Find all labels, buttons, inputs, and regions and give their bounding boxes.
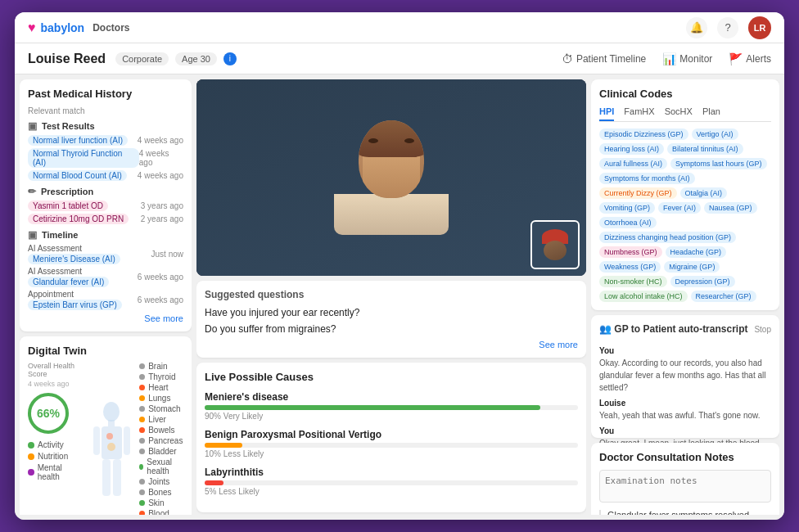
test-result-tag-3[interactable]: Normal Blood Count (AI) — [28, 170, 127, 181]
timeline-tag-1[interactable]: Meniere's Disease (AI) — [28, 254, 120, 264]
svg-rect-5 — [102, 459, 111, 496]
test-result-tag-1[interactable]: Normal liver function (AI) — [28, 135, 128, 146]
notes-title: Doctor Consultation Notes — [599, 451, 771, 463]
cc-tag-otalgia[interactable]: Otalgia (AI) — [680, 187, 728, 199]
tab-hpi[interactable]: HPI — [599, 106, 614, 121]
twin-body — [89, 362, 134, 515]
examination-notes-input[interactable] — [599, 470, 771, 503]
cc-tag-researcher[interactable]: Researcher (GP) — [691, 291, 756, 302]
tab-sochx[interactable]: SocHX — [665, 106, 693, 121]
organ-lungs: Lungs — [139, 394, 183, 403]
prescription-tag-1[interactable]: Yasmin 1 tablet OD — [28, 201, 108, 211]
test-result-date-3: 4 weeks ago — [138, 171, 183, 180]
test-results-label: Test Results — [42, 121, 95, 131]
transcript-speaker-2: Louise — [599, 397, 771, 409]
cc-tag-headache[interactable]: Headache (GP) — [666, 246, 727, 258]
monitor-action[interactable]: 📊 Monitor — [662, 52, 712, 65]
stop-button[interactable]: Stop — [754, 325, 771, 334]
cc-tag-aural-fullness[interactable]: Aural fullness (AI) — [599, 158, 667, 169]
cc-tag-dizziness-changing[interactable]: Dizziness changing head position (GP) — [599, 232, 736, 243]
svg-point-7 — [106, 433, 113, 440]
digital-twin-card: Digital Twin Overall Health Score 4 week… — [20, 336, 192, 515]
transcript-text-1: Okay. According to our records, you also… — [599, 357, 771, 394]
cc-tag-episodic-dizziness[interactable]: Episodic Dizziness (GP) — [599, 128, 688, 140]
timeline-type-3: Appointment — [28, 290, 122, 299]
help-icon[interactable]: ? — [717, 17, 738, 38]
cc-tag-migraine[interactable]: Migraine (GP) — [664, 261, 720, 273]
test-result-tag-2[interactable]: Normal Thyroid Function (AI) — [28, 148, 139, 168]
right-panel: Clinical Codes HPI FamHX SocHX Plan Epis… — [591, 79, 779, 515]
timeline-date-3: 6 weeks ago — [138, 295, 183, 304]
transcript-body: You Okay. According to our records, you … — [599, 341, 771, 456]
timeline-tag-3[interactable]: Epstein Barr virus (GP) — [28, 300, 122, 310]
svg-point-8 — [107, 443, 115, 451]
cc-tag-symptoms-months[interactable]: Symptoms for months (AI) — [599, 173, 695, 184]
twin-right: Brain Thyroid Heart Lungs — [139, 362, 183, 515]
patient-info-icon[interactable]: i — [223, 52, 237, 65]
cc-tag-depression[interactable]: Depression (GP) — [670, 276, 735, 287]
tab-famhx[interactable]: FamHX — [624, 106, 654, 121]
organ-bones: Bones — [139, 488, 183, 497]
cause-bar-1 — [205, 405, 540, 410]
cc-tag-hearing-loss[interactable]: Hearing loss (AI) — [599, 143, 664, 155]
prescription-tag-2[interactable]: Cetirizine 10mg OD PRN — [28, 214, 129, 224]
cc-tag-non-smoker[interactable]: Non-smoker (HC) — [599, 276, 667, 287]
pmh-title: Past Medical History — [28, 88, 183, 100]
timeline-type-1: AI Assessment — [28, 244, 120, 253]
timeline-type-2: AI Assessment — [28, 267, 109, 276]
health-score-sub: 4 weeks ago — [28, 380, 84, 388]
cc-tag-weakness[interactable]: Weakness (GP) — [599, 261, 661, 273]
organ-heart: Heart — [139, 383, 183, 392]
logo-heart-icon: ♥ — [28, 20, 36, 35]
notification-icon[interactable]: 🔔 — [686, 17, 707, 38]
timeline-section-icon: ▣ — [28, 229, 37, 241]
cc-tag-vomiting[interactable]: Vomiting (GP) — [599, 202, 655, 214]
live-causes-title: Live Possible Causes — [205, 371, 578, 383]
health-score-circle: 66% — [28, 393, 69, 434]
svg-point-0 — [103, 402, 120, 422]
cause-bar-container-2 — [205, 443, 578, 448]
timeline-date-1: Just now — [151, 250, 183, 259]
twin-content: Overall Health Score 4 weeks ago 66% Act… — [28, 362, 183, 515]
mental-health-dot — [28, 469, 34, 476]
relevant-match: Relevant match — [28, 106, 183, 115]
test-result-1: Normal liver function (AI) 4 weeks ago — [28, 135, 183, 146]
sq-see-more[interactable]: See more — [205, 340, 578, 349]
clinical-codes-tabs: HPI FamHX SocHX Plan — [599, 106, 771, 122]
svg-rect-2 — [102, 426, 122, 459]
cc-tag-bilateral-tinnitus[interactable]: Bilateral tinnitus (AI) — [667, 143, 743, 155]
test-results-icon: ▣ — [28, 120, 37, 132]
sq-item-1[interactable]: Have you injured your ear recently? — [205, 307, 578, 318]
cause-bar-container-3 — [205, 480, 578, 485]
see-more-button[interactable]: See more — [28, 313, 183, 323]
patient-face-render — [359, 120, 424, 198]
video-main — [196, 79, 586, 276]
cc-tag-otorrhoea[interactable]: Otorrhoea (AI) — [599, 217, 657, 228]
timeline-tag-2[interactable]: Glandular fever (AI) — [28, 277, 109, 287]
cc-tag-fever[interactable]: Fever (AI) — [658, 202, 701, 214]
tab-plan[interactable]: Plan — [702, 106, 720, 121]
cc-tag-currently-dizzy[interactable]: Currently Dizzy (GP) — [599, 187, 677, 199]
monitor-label: Monitor — [679, 53, 712, 65]
patient-header: Louise Reed Corporate Age 30 i ⏱ Patient… — [15, 43, 784, 74]
cc-tag-vertigo[interactable]: Vertigo (AI) — [692, 128, 738, 140]
patient-timeline-action[interactable]: ⏱ Patient Timeline — [562, 52, 646, 65]
cc-tag-low-alcohol[interactable]: Low alcohol intake (HC) — [599, 291, 688, 302]
nutrition-label: Nutrition — [38, 452, 68, 461]
consultation-notes-card: Doctor Consultation Notes Glandular feve… — [591, 443, 779, 515]
avatar[interactable]: LR — [748, 16, 771, 39]
sq-item-2[interactable]: Do you suffer from migraines? — [205, 323, 578, 335]
cc-tag-symptoms-hours[interactable]: Symptoms last hours (GP) — [670, 158, 767, 169]
test-result-2: Normal Thyroid Function (AI) 4 weeks ago — [28, 148, 183, 168]
prescription-header: ✏ Prescription — [28, 186, 183, 197]
cause-name-3: Labyrinthitis — [205, 467, 578, 478]
alerts-action[interactable]: 🚩 Alerts — [729, 52, 771, 65]
transcript-header: 👥 GP to Patient auto-transcript Stop — [599, 323, 771, 335]
patient-name: Louise Reed — [28, 52, 106, 66]
cc-tag-numbness[interactable]: Numbness (GP) — [599, 246, 662, 258]
patient-tag-corporate: Corporate — [115, 52, 169, 65]
prescription-icon: ✏ — [28, 186, 36, 197]
cc-tag-nausea[interactable]: Nausea (GP) — [704, 202, 757, 214]
organ-bowels: Bowels — [139, 426, 183, 435]
cause-label-1: 90% Very Likely — [205, 412, 578, 421]
